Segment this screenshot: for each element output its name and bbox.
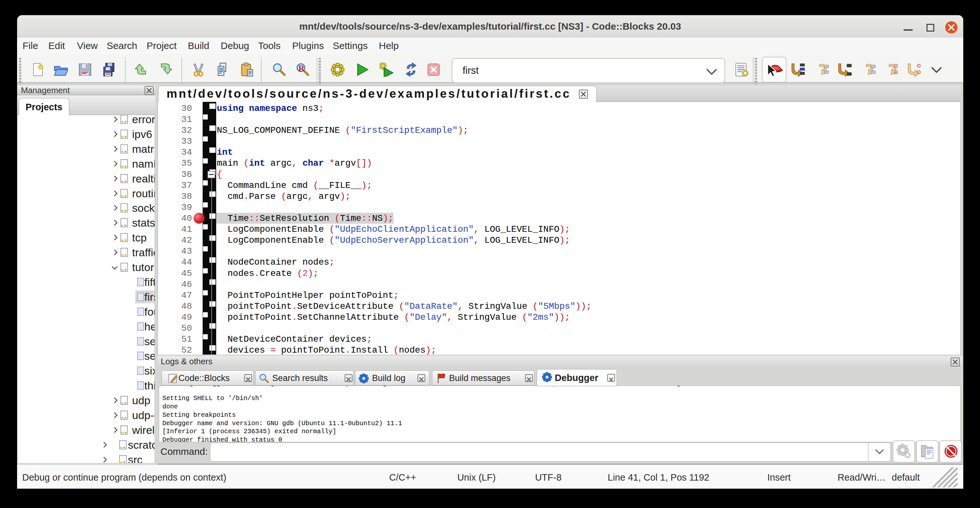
svg-text:R: R (298, 64, 304, 73)
